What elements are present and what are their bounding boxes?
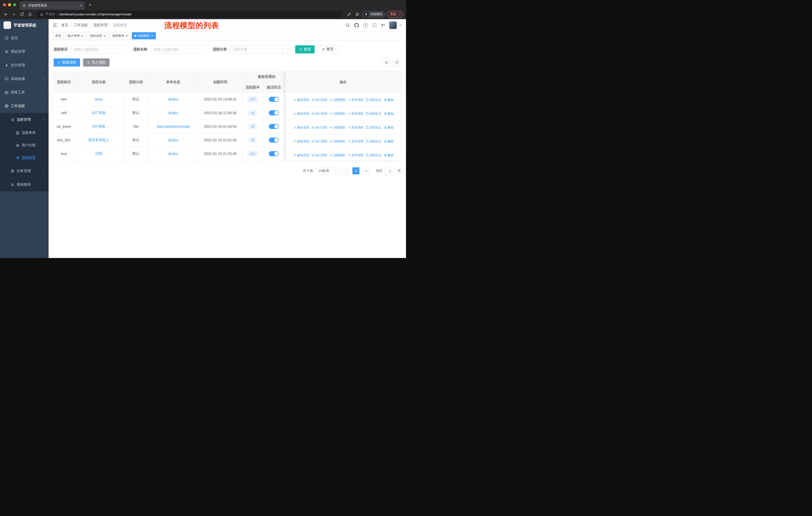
sidebar-item-3[interactable]: 基础设施 — [0, 72, 49, 86]
process-name-link[interactable]: OA 请假 — [92, 124, 105, 128]
close-window-button[interactable] — [3, 3, 6, 6]
update-button[interactable]: 更新 — [387, 11, 404, 18]
action-delete-link[interactable]: 删除 — [384, 153, 394, 158]
action-edit-link[interactable]: 修改流程 — [293, 139, 309, 144]
sidebar-item-9[interactable]: 流程模型 — [0, 152, 49, 164]
form-info-link[interactable]: biubiu — [168, 97, 178, 101]
process-name-link[interactable]: 自己审批 — [92, 111, 106, 115]
action-publish-link[interactable]: 发布流程 — [348, 139, 364, 144]
search-icon[interactable] — [345, 23, 350, 27]
action-publish-link[interactable]: 发布流程 — [348, 98, 364, 102]
active-toggle[interactable] — [269, 124, 279, 129]
action-delete-link[interactable]: 删除 — [384, 112, 394, 116]
action-delete-link[interactable]: 删除 — [384, 139, 394, 144]
process-name-link[interactable]: 滔博 — [95, 152, 102, 156]
zoom-window-button[interactable] — [13, 3, 16, 6]
action-edit-link[interactable]: 修改流程 — [293, 126, 309, 130]
form-info-link[interactable]: biubiu — [168, 138, 178, 142]
process-category-select[interactable]: 流程分类 — [230, 45, 288, 53]
process-name-link[interactable]: 测试多审批人 — [88, 138, 109, 142]
action-definition-link[interactable]: 流程定义 — [366, 139, 382, 144]
reset-button[interactable]: 重置 — [318, 45, 338, 53]
help-icon[interactable]: ? — [363, 23, 368, 28]
back-button[interactable] — [2, 11, 9, 18]
breadcrumb-item[interactable]: 流程管理 — [93, 23, 108, 27]
action-definition-link[interactable]: 流程定义 — [366, 98, 382, 102]
fullscreen-icon[interactable] — [372, 23, 377, 27]
action-edit-link[interactable]: 修改流程 — [293, 153, 309, 158]
import-process-button[interactable]: 导入流程 — [83, 58, 110, 66]
action-assign-link[interactable]: 分配规则 — [329, 153, 345, 158]
action-assign-link[interactable]: 分配规则 — [329, 112, 345, 116]
view-tag-4[interactable]: 流程模型× — [132, 32, 156, 39]
browser-tab[interactable]: 芋道管理系统 × — [20, 1, 85, 9]
active-toggle[interactable] — [269, 110, 279, 115]
action-design-link[interactable]: 设计流程 — [311, 153, 327, 158]
sidebar-item-1[interactable]: 系统管理 — [0, 45, 49, 58]
form-info-link[interactable]: biubiu — [168, 152, 178, 156]
page-number-1[interactable]: 1 — [352, 167, 359, 174]
action-design-link[interactable]: 设计流程 — [311, 98, 327, 102]
bookmark-star-icon[interactable] — [354, 11, 360, 18]
action-design-link[interactable]: 设计流程 — [311, 139, 327, 144]
sidebar-item-11[interactable]: 请假查询 — [0, 178, 49, 191]
home-button[interactable] — [27, 11, 33, 18]
sidebar-item-2[interactable]: 支付管理 — [0, 58, 49, 72]
action-definition-link[interactable]: 流程定义 — [366, 126, 382, 130]
breadcrumb-item[interactable]: 首页 — [61, 23, 68, 27]
close-icon[interactable]: × — [81, 34, 83, 37]
password-key-icon[interactable] — [346, 11, 352, 18]
prev-page-button[interactable] — [342, 167, 349, 174]
process-name-link[interactable]: eeee — [95, 97, 103, 101]
hamburger-icon[interactable] — [53, 23, 58, 28]
form-info-link[interactable]: biubiu — [168, 111, 178, 115]
view-tag-0[interactable]: 首页 — [53, 32, 64, 39]
close-icon[interactable]: × — [151, 34, 153, 37]
action-definition-link[interactable]: 流程定义 — [366, 112, 382, 116]
action-design-link[interactable]: 设计流程 — [311, 112, 327, 116]
create-process-button[interactable]: 新建流程 — [54, 58, 80, 66]
tab-close-icon[interactable]: × — [80, 4, 82, 7]
action-assign-link[interactable]: 分配规则 — [329, 139, 345, 144]
sidebar-item-6[interactable]: 流程管理 — [0, 113, 49, 127]
search-button[interactable]: 搜索 — [295, 45, 315, 53]
goto-page-input[interactable] — [385, 167, 396, 174]
page-size-select[interactable]: 10条/页 — [316, 167, 339, 174]
next-page-button[interactable] — [362, 167, 370, 174]
action-edit-link[interactable]: 修改流程 — [293, 112, 309, 116]
action-assign-link[interactable]: 分配规则 — [329, 126, 345, 130]
process-key-input[interactable] — [71, 45, 126, 53]
view-tag-1[interactable]: 租户管理× — [65, 32, 86, 39]
action-publish-link[interactable]: 发布流程 — [348, 112, 364, 116]
action-edit-link[interactable]: 修改流程 — [293, 98, 309, 102]
active-toggle[interactable] — [269, 138, 279, 143]
close-icon[interactable]: × — [104, 34, 106, 37]
refresh-table-button[interactable] — [393, 58, 401, 66]
sidebar-item-8[interactable]: 用户分组 — [0, 139, 49, 152]
sidebar-item-10[interactable]: 任务管理 — [0, 164, 49, 178]
font-size-icon[interactable]: TT — [381, 23, 385, 27]
action-publish-link[interactable]: 发布流程 — [348, 126, 364, 130]
action-publish-link[interactable]: 发布流程 — [348, 153, 364, 158]
active-toggle[interactable] — [269, 97, 279, 102]
sidebar-item-7[interactable]: 流程表单 — [0, 127, 49, 139]
action-definition-link[interactable]: 流程定义 — [366, 153, 382, 158]
breadcrumb-item[interactable]: 工作流程 — [74, 23, 88, 27]
active-toggle[interactable] — [269, 151, 279, 156]
kebab-menu-icon[interactable] — [398, 12, 402, 16]
toggle-search-button[interactable] — [382, 58, 390, 66]
action-assign-link[interactable]: 分配规则 — [329, 98, 345, 102]
new-tab-button[interactable] — [87, 1, 93, 8]
minimize-window-button[interactable] — [8, 3, 11, 6]
form-info-link[interactable]: /bpm/oa/leave/create — [157, 125, 190, 129]
user-avatar[interactable] — [389, 21, 397, 29]
reload-button[interactable] — [19, 11, 25, 18]
view-tag-3[interactable]: 流程表单× — [110, 32, 130, 39]
sidebar-item-4[interactable]: 研发工具 — [0, 86, 49, 99]
logo-row[interactable]: 芋道管理系统 — [0, 19, 49, 31]
action-design-link[interactable]: 设计流程 — [311, 126, 327, 130]
action-delete-link[interactable]: 删除 — [384, 126, 394, 130]
close-icon[interactable]: × — [125, 34, 127, 37]
sidebar-item-5[interactable]: 工作流程 — [0, 99, 49, 113]
view-tag-2[interactable]: 我的流程× — [87, 32, 108, 39]
